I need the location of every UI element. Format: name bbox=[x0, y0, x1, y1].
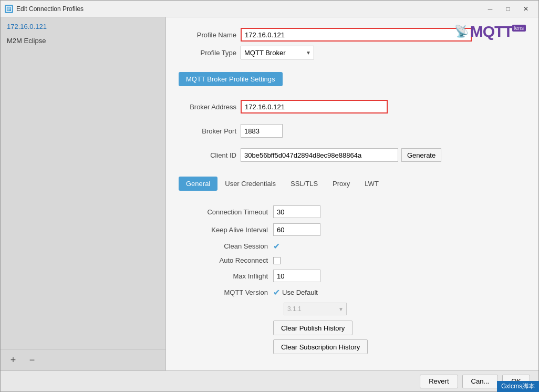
window-title: Edit Connection Profiles bbox=[16, 5, 482, 13]
max-inflight-row: Max Inflight bbox=[189, 270, 526, 282]
logo-text: MQTT bbox=[470, 23, 512, 40]
version-select: 3.1.1 bbox=[284, 303, 347, 315]
mqtt-version-label: MQTT Version bbox=[189, 288, 268, 296]
clear-publish-button[interactable]: Clear Publish History bbox=[273, 321, 353, 335]
clear-subscription-button[interactable]: Clear Subscription History bbox=[273, 339, 368, 354]
connection-timeout-row: Connection Timeout bbox=[189, 205, 526, 218]
sidebar-item-1[interactable]: 172.16.0.121 bbox=[1, 19, 165, 34]
clean-session-row: Clean Session ✔ bbox=[189, 241, 526, 251]
remove-profile-button[interactable]: − bbox=[26, 354, 38, 366]
connection-timeout-label: Connection Timeout bbox=[189, 208, 268, 216]
clear-subscription-row: Clear Subscription History bbox=[189, 339, 526, 354]
profile-type-label: Profile Type bbox=[179, 49, 236, 57]
general-settings: Connection Timeout Keep Alive Interval C… bbox=[179, 205, 526, 358]
mqtt-version-row: MQTT Version ✔ Use Default bbox=[189, 287, 526, 297]
tab-general[interactable]: General bbox=[179, 177, 217, 191]
bottom-bar: Revert Can... OK bbox=[1, 370, 538, 391]
version-select-wrapper: 3.1.1 ▼ bbox=[284, 303, 347, 315]
main-window: Edit Connection Profiles ─ □ ✕ 172.16.0.… bbox=[0, 0, 539, 392]
profile-type-row: Profile Type MQTT Broker MQTT Bridge ▼ bbox=[179, 46, 526, 59]
antenna-icon: 📡 bbox=[454, 25, 469, 38]
header-area: 📡 MQTT lens Profile Name Profile Type MQ… bbox=[179, 28, 526, 64]
broker-port-label: Broker Port bbox=[179, 127, 236, 135]
profile-type-select-wrapper: MQTT Broker MQTT Bridge ▼ bbox=[241, 46, 314, 59]
profile-type-select[interactable]: MQTT Broker MQTT Bridge bbox=[241, 46, 314, 59]
sidebar: 172.16.0.121 M2M Eclipse + − bbox=[1, 17, 166, 370]
cancel-button[interactable]: Can... bbox=[462, 375, 499, 388]
logo-suffix: lens bbox=[512, 25, 526, 32]
tab-proxy[interactable]: Proxy bbox=[325, 177, 357, 191]
broker-address-input[interactable] bbox=[241, 100, 388, 114]
client-id-input[interactable] bbox=[241, 148, 398, 162]
clear-publish-row: Clear Publish History bbox=[189, 321, 526, 335]
client-id-row: Client ID Generate bbox=[179, 148, 526, 162]
maximize-button[interactable]: □ bbox=[500, 4, 516, 14]
auto-reconnect-row: Auto Reconnect bbox=[189, 256, 526, 264]
window-controls: ─ □ ✕ bbox=[482, 4, 534, 14]
connection-timeout-input[interactable] bbox=[273, 205, 320, 218]
auto-reconnect-checkbox[interactable] bbox=[273, 257, 281, 264]
broker-address-row: Broker Address bbox=[179, 100, 526, 114]
minimize-button[interactable]: ─ bbox=[482, 4, 499, 14]
section-header: MQTT Broker Profile Settings bbox=[179, 72, 526, 94]
version-select-arrow-icon: ▼ bbox=[338, 306, 344, 312]
profile-name-input[interactable] bbox=[241, 28, 472, 42]
close-button[interactable]: ✕ bbox=[517, 4, 534, 14]
use-default-label: Use Default bbox=[282, 288, 318, 296]
watermark: Gxlcms脚本 bbox=[497, 381, 539, 392]
auto-reconnect-label: Auto Reconnect bbox=[189, 256, 268, 264]
version-select-row: 3.1.1 ▼ bbox=[189, 303, 526, 315]
client-id-label: Client ID bbox=[179, 151, 236, 159]
main-content: 172.16.0.121 M2M Eclipse + − 📡 MQTT lens bbox=[1, 17, 538, 370]
revert-button[interactable]: Revert bbox=[420, 375, 458, 388]
mqtt-logo: 📡 MQTT lens bbox=[454, 23, 526, 40]
sidebar-footer: + − bbox=[1, 349, 165, 370]
keep-alive-input[interactable] bbox=[273, 223, 320, 236]
broker-address-label: Broker Address bbox=[179, 103, 236, 111]
use-default-checkbox[interactable]: ✔ bbox=[273, 287, 280, 297]
keep-alive-label: Keep Alive Interval bbox=[189, 226, 268, 234]
max-inflight-input[interactable] bbox=[273, 270, 320, 282]
max-inflight-label: Max Inflight bbox=[189, 272, 268, 280]
title-bar: Edit Connection Profiles ─ □ ✕ bbox=[1, 1, 538, 17]
tab-lwt[interactable]: LWT bbox=[357, 177, 386, 191]
clean-session-checkbox[interactable]: ✔ bbox=[273, 241, 280, 251]
add-profile-button[interactable]: + bbox=[7, 354, 19, 366]
sidebar-list: 172.16.0.121 M2M Eclipse bbox=[1, 17, 165, 349]
broker-port-input[interactable] bbox=[241, 124, 283, 138]
clean-session-label: Clean Session bbox=[189, 242, 268, 250]
sidebar-item-2[interactable]: M2M Eclipse bbox=[1, 34, 165, 48]
keep-alive-row: Keep Alive Interval bbox=[189, 223, 526, 236]
tab-ssl-tls[interactable]: SSL/TLS bbox=[283, 177, 325, 191]
tab-user-credentials[interactable]: User Credentials bbox=[217, 177, 283, 191]
right-panel: 📡 MQTT lens Profile Name Profile Type MQ… bbox=[166, 17, 538, 370]
window-icon bbox=[5, 5, 13, 13]
profile-name-label: Profile Name bbox=[179, 31, 236, 39]
tab-bar: General User Credentials SSL/TLS Proxy L… bbox=[179, 177, 526, 191]
broker-port-row: Broker Port bbox=[179, 124, 526, 138]
generate-button[interactable]: Generate bbox=[401, 148, 441, 162]
